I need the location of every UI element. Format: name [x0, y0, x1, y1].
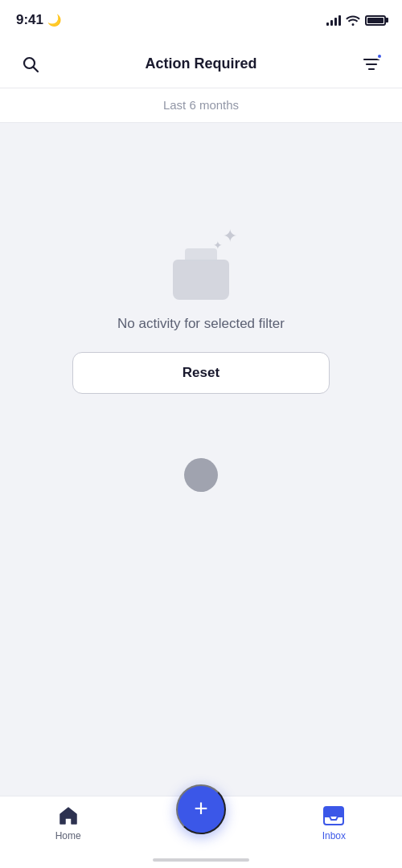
- bottom-nav: Home + Inbox: [0, 796, 402, 868]
- home-indicator: [153, 858, 249, 862]
- svg-rect-6: [324, 807, 343, 817]
- filter-period-bar: Last 6 months: [0, 88, 402, 123]
- inbox-tray-icon: [173, 260, 229, 300]
- loading-dot: [184, 458, 218, 492]
- moon-icon: 🌙: [47, 14, 61, 27]
- nav-item-home[interactable]: Home: [40, 805, 96, 841]
- filter-button[interactable]: [357, 50, 386, 79]
- header: Action Required: [0, 40, 402, 88]
- status-time: 9:41 🌙: [16, 12, 61, 28]
- signal-icon: [326, 14, 341, 26]
- home-icon: [57, 805, 80, 827]
- add-button[interactable]: +: [176, 784, 226, 834]
- empty-state: ✦ ✦ No activity for selected filter Rese…: [72, 235, 330, 394]
- filter-period-label: Last 6 months: [163, 98, 239, 112]
- filter-active-dot: [376, 53, 383, 59]
- search-icon: [21, 55, 40, 74]
- status-bar: 9:41 🌙: [0, 0, 402, 40]
- fab-container: +: [176, 784, 226, 834]
- page-title: Action Required: [145, 55, 256, 72]
- inbox-icon: [322, 805, 345, 827]
- svg-line-1: [34, 67, 39, 72]
- search-button[interactable]: [16, 50, 45, 79]
- battery-icon: [365, 15, 386, 26]
- empty-state-message: No activity for selected filter: [117, 316, 285, 332]
- main-content: ✦ ✦ No activity for selected filter Rese…: [0, 123, 402, 793]
- wifi-icon: [346, 14, 360, 26]
- inbox-label: Inbox: [322, 830, 346, 841]
- empty-state-icon: ✦ ✦: [165, 235, 237, 300]
- nav-item-inbox[interactable]: Inbox: [306, 805, 362, 841]
- home-label: Home: [55, 830, 81, 841]
- reset-button[interactable]: Reset: [72, 352, 330, 394]
- status-icons: [326, 14, 386, 26]
- sparkle-large-icon: ✦: [223, 227, 237, 245]
- plus-icon: +: [194, 796, 208, 821]
